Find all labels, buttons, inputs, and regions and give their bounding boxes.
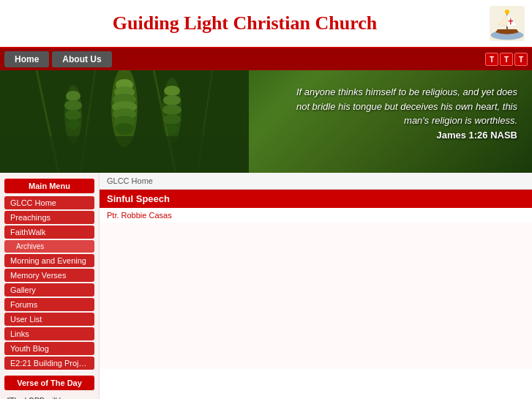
sidebar: Main Menu GLCC Home Preachings FaithWalk… bbox=[0, 173, 99, 399]
content-subtitle: Ptr. Robbie Casas bbox=[100, 208, 532, 223]
sidebar-item-preachings[interactable]: Preachings bbox=[4, 211, 94, 224]
main-layout: Main Menu GLCC Home Preachings FaithWalk… bbox=[0, 173, 532, 399]
church-logo bbox=[490, 6, 525, 41]
site-title: Guiding Light Christian Church bbox=[7, 12, 482, 34]
sidebar-item-forums[interactable]: Forums bbox=[4, 298, 94, 311]
verse-of-day-text: "The LORD will keep you from all harm— h… bbox=[4, 393, 94, 399]
hero-banner: If anyone thinks himself to be religious… bbox=[0, 70, 532, 173]
sidebar-item-morning-evening[interactable]: Morning and Evening bbox=[4, 254, 94, 267]
sidebar-item-faithwalk[interactable]: FaithWalk bbox=[4, 225, 94, 239]
svg-point-27 bbox=[163, 95, 181, 105]
svg-rect-35 bbox=[0, 136, 249, 173]
svg-point-23 bbox=[65, 110, 81, 120]
font-small-button[interactable]: T bbox=[485, 53, 498, 66]
font-medium-button[interactable]: T bbox=[500, 53, 513, 66]
sidebar-item-gallery[interactable]: Gallery bbox=[4, 283, 94, 297]
svg-point-28 bbox=[162, 105, 181, 115]
nav-about-button[interactable]: About Us bbox=[52, 51, 111, 67]
svg-point-21 bbox=[66, 91, 80, 101]
header: Guiding Light Christian Church bbox=[0, 0, 532, 48]
nav-home-button[interactable]: Home bbox=[4, 51, 49, 67]
svg-point-24 bbox=[66, 119, 80, 130]
font-large-button[interactable]: T bbox=[514, 53, 528, 66]
content-area: GLCC Home Sinful Speech Ptr. Robbie Casa… bbox=[99, 173, 532, 399]
navbar: Home About Us T T T bbox=[0, 48, 532, 70]
svg-point-6 bbox=[506, 10, 508, 12]
sidebar-item-glcc-home[interactable]: GLCC Home bbox=[4, 196, 94, 209]
sidebar-item-youth-blog[interactable]: Youth Blog bbox=[4, 342, 94, 355]
main-menu-title: Main Menu bbox=[4, 179, 94, 193]
sidebar-item-building-project[interactable]: E2:21 Building Project bbox=[4, 357, 94, 370]
hero-quote: If anyone thinks himself to be religious… bbox=[283, 85, 517, 142]
svg-point-26 bbox=[164, 86, 180, 96]
verse-of-day-title: Verse of The Day bbox=[4, 376, 94, 390]
sidebar-item-links[interactable]: Links bbox=[4, 327, 94, 340]
svg-point-22 bbox=[64, 100, 82, 111]
svg-point-15 bbox=[116, 123, 133, 135]
breadcrumb: GLCC Home bbox=[100, 173, 532, 190]
sidebar-item-user-list[interactable]: User List bbox=[4, 313, 94, 326]
content-body bbox=[100, 223, 532, 369]
quote-author: James 1:26 NASB bbox=[436, 130, 517, 141]
sidebar-item-memory-verses[interactable]: Memory Verses bbox=[4, 269, 94, 282]
hero-plant-image bbox=[0, 70, 249, 173]
content-title: Sinful Speech bbox=[100, 190, 532, 208]
font-size-controls: T T T bbox=[485, 53, 528, 66]
sidebar-item-archives[interactable]: Archives bbox=[4, 240, 94, 253]
